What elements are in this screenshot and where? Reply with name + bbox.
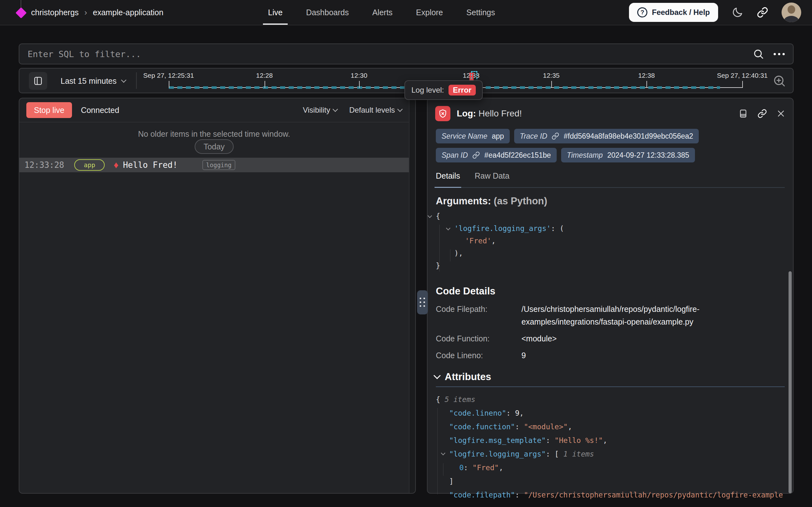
timeline-tick <box>646 81 647 88</box>
nav-tab-alerts[interactable]: Alerts <box>372 0 393 25</box>
code-token: "code.lineno" <box>449 409 506 417</box>
arguments-heading: Arguments: (as Python) <box>436 195 547 207</box>
logging-tag[interactable]: logging <box>202 160 235 170</box>
search-icon[interactable] <box>753 48 764 60</box>
breadcrumb-project[interactable]: example-application <box>93 8 163 17</box>
dock-panel-icon[interactable] <box>738 109 748 118</box>
timeline-tick-label: 12:30 <box>351 72 368 79</box>
timeline-tick <box>742 81 743 88</box>
visibility-label: Visibility <box>303 106 330 115</box>
detail-title-text: Hello Fred! <box>478 109 522 118</box>
left-scrollbar-track[interactable] <box>409 98 415 493</box>
zoom-in-button[interactable] <box>773 74 786 88</box>
right-scrollbar-thumb[interactable] <box>789 271 792 493</box>
top-nav: christophergs › example-application Live… <box>0 0 812 25</box>
code-detail-label: Code Lineno: <box>436 349 521 362</box>
code-token: "logfire.logging_args" <box>449 450 546 458</box>
arguments-heading-text: Arguments: <box>436 195 491 207</box>
breadcrumb-separator-icon: › <box>84 8 87 17</box>
code-token: "code.filepath" <box>449 491 515 499</box>
code-token: "logfire.msg_template" <box>449 436 546 445</box>
log-row[interactable]: 12:33:28 app ♦ Hello Fred! logging <box>19 158 409 172</box>
timeline-tick <box>359 81 360 88</box>
code-token: : ( <box>551 224 564 233</box>
chevron-down-icon <box>434 372 441 379</box>
dark-mode-moon-icon[interactable] <box>732 6 744 18</box>
code-details-heading: Code Details <box>436 286 495 297</box>
code-token: : <box>464 463 473 472</box>
chevron-down-icon <box>397 107 403 112</box>
more-options-icon[interactable] <box>773 53 785 55</box>
code-token: "/Users/christophersamiullah/repos/pydan… <box>524 491 783 499</box>
timeline-tick-label: 12:35 <box>543 72 560 79</box>
code-token: "<module>" <box>524 422 567 431</box>
nav-tab-live[interactable]: Live <box>268 0 283 25</box>
attributes-divider <box>436 386 785 387</box>
nav-tab-explore[interactable]: Explore <box>416 0 443 25</box>
permalink-icon[interactable] <box>757 109 767 118</box>
error-shield-icon <box>435 106 450 121</box>
timeline-tick-label: Sep 27, 12:40:31 <box>717 72 767 79</box>
nav-tab-settings[interactable]: Settings <box>466 0 495 25</box>
code-token: : <box>515 422 524 431</box>
sql-filter-input[interactable]: Enter SQL to filter... <box>27 49 753 59</box>
logfire-app: christophergs › example-application Live… <box>0 0 812 507</box>
feedback-help-button[interactable]: ? Feedback / Help <box>629 3 718 22</box>
code-token: 0 <box>459 463 464 472</box>
stop-live-button[interactable]: Stop live <box>26 102 72 118</box>
tab-raw-data[interactable]: Raw Data <box>475 169 509 187</box>
sql-filter-bar[interactable]: Enter SQL to filter... <box>19 44 794 64</box>
code-detail-row: Code Lineno:9 <box>436 349 731 362</box>
close-icon[interactable] <box>776 109 785 118</box>
code-line: "code.filepath": "/Users/christophersami… <box>436 488 790 502</box>
nav-tab-dashboards[interactable]: Dashboards <box>306 0 349 25</box>
collapse-chevron-icon[interactable] <box>428 214 432 218</box>
chevron-down-icon <box>121 77 126 83</box>
detail-badges: Service NameappTrace ID#fdd5694a8fa98eb4… <box>436 129 753 162</box>
badge-trace-id[interactable]: Trace ID#fdd5694a8fa98eb4e301d99ebc056ea… <box>514 129 699 144</box>
badge-service-name[interactable]: Service Nameapp <box>436 129 510 144</box>
logfire-logo-icon[interactable] <box>15 7 27 18</box>
code-token: , <box>499 463 503 472</box>
breadcrumb-org[interactable]: christophergs <box>31 8 79 17</box>
time-range-selector[interactable]: Last 15 minutes <box>61 68 126 93</box>
attributes-code-block: { 5 items"code.lineno": 9,"code.function… <box>436 393 790 502</box>
badge-value: app <box>492 132 504 140</box>
code-token: "Fred" <box>473 463 499 472</box>
code-detail-value: 9 <box>521 349 731 362</box>
badge-timestamp[interactable]: Timestamp2024-09-27 12:33:28.385 <box>561 148 695 162</box>
default-levels-label: Default levels <box>349 106 395 115</box>
attributes-toggle[interactable]: Attributes <box>435 371 491 383</box>
today-button[interactable]: Today <box>195 139 234 154</box>
link-icon <box>552 132 559 140</box>
badge-value: #fdd5694a8fa98eb4e301d99ebc056ea2 <box>564 132 693 140</box>
user-avatar[interactable] <box>782 3 801 22</box>
code-line: "logfire.msg_template": "Hello %s!", <box>436 434 790 447</box>
code-line: 'logfire.logging_args': ( <box>436 222 564 235</box>
badge-label: Trace ID <box>520 132 547 140</box>
code-token: 'Fred' <box>465 237 491 245</box>
code-token: 1 items <box>563 450 594 458</box>
timeline-tick <box>551 81 552 88</box>
collapse-chevron-icon[interactable] <box>446 226 450 230</box>
visibility-dropdown[interactable]: Visibility <box>303 106 337 115</box>
collapse-chevron-icon[interactable] <box>441 451 445 455</box>
badge-span-id[interactable]: Span ID#ea4d5f226ec151be <box>436 148 557 162</box>
code-line: ), <box>436 247 564 260</box>
code-token: "Hello %s!" <box>554 436 603 445</box>
live-logs-panel: Stop live Connected Visibility Default l… <box>19 98 416 494</box>
tab-details[interactable]: Details <box>436 169 460 187</box>
sidebar-toggle-button[interactable] <box>29 72 47 90</box>
share-link-icon[interactable] <box>757 7 768 18</box>
live-panel-header: Stop live Connected Visibility Default l… <box>19 98 409 122</box>
badge-value: #ea4d5f226ec151be <box>484 151 551 160</box>
code-token: , <box>519 409 524 417</box>
default-levels-dropdown[interactable]: Default levels <box>349 106 402 115</box>
empty-state-message: No older items in the selected time wind… <box>19 129 409 138</box>
panel-toggle-icon <box>33 76 43 86</box>
code-token: } <box>436 262 440 270</box>
detail-header-icons <box>738 109 785 118</box>
panel-resize-handle[interactable] <box>417 290 428 315</box>
service-tag[interactable]: app <box>74 159 105 171</box>
code-token: { <box>436 395 445 404</box>
